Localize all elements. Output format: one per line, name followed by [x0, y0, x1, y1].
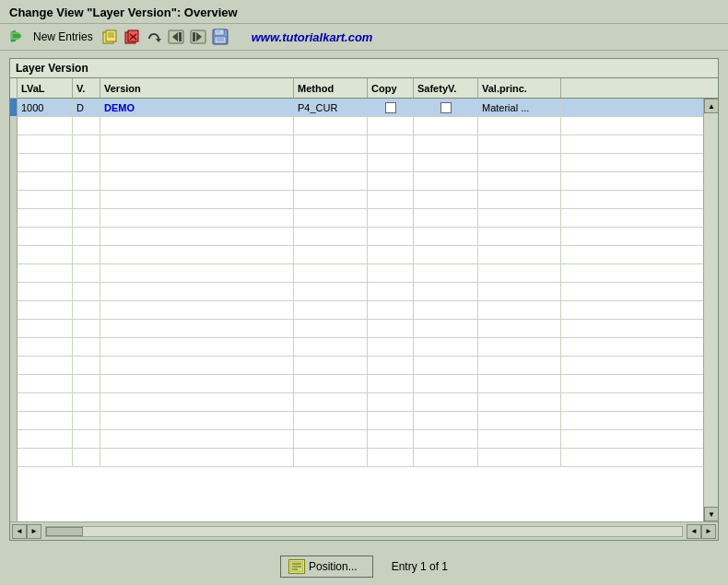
table-main: LVaL V. Version Method Copy: [18, 78, 718, 521]
cell-valp-1: Material ...: [478, 99, 561, 116]
undo-icon[interactable]: [145, 28, 163, 46]
table-row-empty-10: [18, 264, 703, 283]
copy-icon[interactable]: [100, 28, 119, 46]
col-valp: Val.princ.: [478, 78, 561, 98]
nav-left-icon[interactable]: [167, 28, 185, 46]
scroll-up-button[interactable]: ▲: [704, 99, 718, 113]
svg-rect-16: [193, 32, 195, 41]
svg-rect-13: [179, 32, 182, 41]
table-row-empty-5: [18, 172, 703, 191]
svg-rect-3: [106, 30, 116, 41]
window-title: Change View "Layer Version": Overview: [9, 6, 238, 19]
row-indicator-5: [10, 172, 17, 191]
row-indicator-14: [10, 338, 17, 357]
layer-version-panel: Layer Version: [9, 58, 719, 541]
save-icon[interactable]: [211, 28, 229, 46]
new-entries-button[interactable]: New Entries: [33, 30, 93, 43]
table-row-empty-3: [18, 135, 703, 154]
vertical-scrollbar: ▲ ▼: [703, 99, 718, 521]
row-indicator-15: [10, 357, 17, 375]
h-scroll-track[interactable]: [45, 526, 683, 537]
row-indicator-2: [10, 117, 17, 135]
sap-logo: [9, 29, 28, 45]
table-row-empty-18: [18, 412, 703, 430]
table-row-empty-8: [18, 228, 703, 246]
row-indicators: [10, 78, 18, 521]
panel-header: Layer Version: [10, 59, 718, 78]
row-indicator-7: [10, 209, 17, 228]
row-indicator-6: [10, 191, 17, 209]
table-row-empty-13: [18, 320, 703, 338]
row-indicator-1: [10, 99, 17, 117]
entry-info: Entry 1 of 1: [392, 560, 448, 573]
scroll-track[interactable]: [704, 113, 718, 507]
scroll-left-button[interactable]: ◄: [12, 524, 27, 539]
bottom-bar: Position... Entry 1 of 1: [0, 548, 728, 585]
table-row-empty-12: [18, 301, 703, 320]
table-row-empty-15: [18, 357, 703, 375]
row-indicator-13: [10, 320, 17, 338]
row-indicator-11: [10, 283, 17, 301]
table-body: 1000 D DEMO P4_CUR Material ..: [18, 99, 703, 521]
position-button-label: Position...: [309, 560, 358, 573]
table-row-empty-17: [18, 393, 703, 412]
svg-rect-20: [215, 37, 226, 43]
table-row-empty-20: [18, 449, 703, 467]
grid-settings-icon-area[interactable]: [702, 83, 717, 98]
table-row-empty-4: [18, 154, 703, 172]
toolbar: New Entries: [0, 24, 728, 51]
main-window: Change View "Layer Version": Overview Ne…: [0, 0, 728, 585]
scroll-right-step-button[interactable]: ►: [27, 524, 41, 539]
position-button[interactable]: Position...: [280, 556, 373, 578]
svg-rect-19: [217, 29, 220, 33]
row-indicator-12: [10, 301, 17, 320]
row-indicator-10: [10, 264, 17, 283]
watermark-text: www.tutorialkart.com: [252, 30, 373, 44]
panel-title: Layer Version: [16, 62, 88, 75]
col-lval: LVaL: [18, 78, 73, 98]
cell-safety-1[interactable]: [414, 99, 478, 116]
cell-method-1: P4_CUR: [294, 99, 368, 116]
col-copy: Copy: [368, 78, 414, 98]
table-row-empty-11: [18, 283, 703, 301]
row-indicator-9: [10, 246, 17, 264]
col-v: V.: [73, 78, 100, 98]
col-method: Method: [294, 78, 368, 98]
table-row-empty-19: [18, 430, 703, 449]
scroll-far-right-button[interactable]: ►: [701, 524, 716, 539]
table-header: LVaL V. Version Method Copy: [18, 78, 718, 99]
row-indicator-16: [10, 375, 17, 393]
scroll-down-button[interactable]: ▼: [704, 507, 718, 521]
table-row-empty-9: [18, 246, 703, 264]
col-version: Version: [100, 78, 294, 98]
title-bar: Change View "Layer Version": Overview: [0, 0, 728, 24]
horizontal-scrollbar-area: ◄ ► ◄ ►: [10, 521, 718, 540]
table-row-empty-16: [18, 375, 703, 393]
position-icon: [288, 559, 305, 574]
col-safety: SafetyV.: [414, 78, 478, 98]
svg-rect-8: [128, 30, 138, 41]
table-row-empty-2: [18, 117, 703, 135]
row-indicator-4: [10, 154, 17, 172]
row-indicator-8: [10, 228, 17, 246]
h-scroll-thumb[interactable]: [46, 527, 83, 536]
cell-copy-1[interactable]: [368, 99, 414, 116]
cell-version-1: DEMO: [100, 99, 294, 116]
safety-checkbox-1[interactable]: [440, 102, 452, 113]
scroll-far-left-button[interactable]: ◄: [687, 524, 701, 539]
table-area: LVaL V. Version Method Copy: [10, 78, 718, 521]
delete-icon[interactable]: [123, 28, 141, 46]
row-indicator-19: [10, 430, 17, 449]
copy-checkbox-1[interactable]: [385, 102, 396, 113]
table-row-empty-7: [18, 209, 703, 228]
main-content: Layer Version: [0, 51, 728, 548]
cell-v-1: D: [73, 99, 100, 116]
row-indicator-18: [10, 412, 17, 430]
table-row-empty-6: [18, 191, 703, 209]
nav-right-icon[interactable]: [189, 28, 207, 46]
row-indicator-17: [10, 393, 17, 412]
table-row[interactable]: 1000 D DEMO P4_CUR Material ..: [18, 99, 703, 117]
row-indicator-3: [10, 135, 17, 154]
cell-lval-1: 1000: [18, 99, 73, 116]
table-row-empty-14: [18, 338, 703, 357]
